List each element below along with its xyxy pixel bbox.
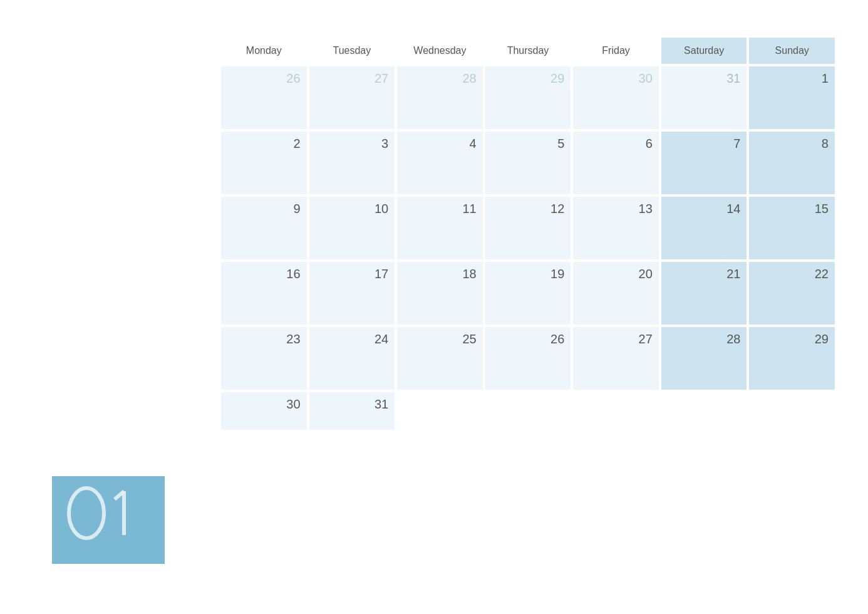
day-number: 28 [726, 332, 740, 346]
day-cell[interactable]: 21 [661, 262, 747, 325]
day-cell[interactable]: 24 [309, 327, 395, 390]
day-cell[interactable] [573, 392, 659, 430]
day-number: 10 [375, 202, 388, 216]
day-cell[interactable]: 20 [573, 262, 659, 325]
day-number: 30 [639, 71, 653, 86]
calendar-grid: MondayTuesdayWednesdayThursdayFridaySatu… [221, 38, 835, 430]
header-cell-friday: Friday [573, 38, 659, 64]
month-number [65, 482, 152, 558]
day-cell[interactable]: 16 [221, 262, 307, 325]
day-cell[interactable]: 29 [485, 66, 571, 129]
day-number: 19 [550, 267, 564, 281]
day-number: 20 [639, 267, 653, 281]
day-number: 26 [286, 71, 300, 86]
header-cell-wednesday: Wednesday [397, 38, 483, 64]
day-cell[interactable]: 27 [309, 66, 395, 129]
day-cell[interactable]: 28 [661, 327, 747, 390]
day-cell[interactable]: 22 [749, 262, 835, 325]
week-row: 2627282930311 [221, 66, 835, 129]
header-cell-sunday: Sunday [749, 38, 835, 64]
week-row: 9101112131415 [221, 197, 835, 259]
day-number: 21 [726, 267, 740, 281]
day-number: 3 [381, 137, 388, 151]
day-number: 29 [550, 71, 564, 86]
day-number: 18 [462, 267, 476, 281]
day-number: 17 [375, 267, 388, 281]
day-cell[interactable]: 7 [661, 132, 747, 194]
day-cell[interactable] [485, 392, 571, 430]
month-number-box [52, 476, 165, 564]
day-number: 8 [822, 137, 829, 151]
day-number: 28 [462, 71, 476, 86]
day-cell[interactable]: 23 [221, 327, 307, 390]
day-number: 9 [293, 202, 300, 216]
day-cell[interactable]: 13 [573, 197, 659, 259]
day-cell[interactable]: 10 [309, 197, 395, 259]
header-cell-thursday: Thursday [485, 38, 571, 64]
left-panel [33, 38, 221, 576]
day-cell[interactable]: 12 [485, 197, 571, 259]
day-number: 23 [286, 332, 300, 346]
calendar-container: MondayTuesdayWednesdayThursdayFridaySatu… [33, 38, 835, 576]
day-number: 24 [375, 332, 388, 346]
day-number: 2 [293, 137, 300, 151]
day-cell[interactable]: 30 [573, 66, 659, 129]
day-cell[interactable]: 18 [397, 262, 483, 325]
week-row: 23242526272829 [221, 327, 835, 390]
day-cell[interactable]: 11 [397, 197, 483, 259]
week-row: 3031 [221, 392, 835, 430]
day-cell[interactable]: 25 [397, 327, 483, 390]
header-cell-monday: Monday [221, 38, 307, 64]
day-cell[interactable]: 2 [221, 132, 307, 194]
day-cell[interactable]: 3 [309, 132, 395, 194]
day-cell[interactable]: 28 [397, 66, 483, 129]
month-year-header [52, 50, 202, 55]
day-cell[interactable]: 9 [221, 197, 307, 259]
day-cell[interactable]: 31 [309, 392, 395, 430]
day-cell[interactable]: 14 [661, 197, 747, 259]
day-number: 27 [639, 332, 653, 346]
day-number: 27 [375, 71, 388, 86]
header-row: MondayTuesdayWednesdayThursdayFridaySatu… [221, 38, 835, 64]
day-cell[interactable]: 15 [749, 197, 835, 259]
day-cell[interactable]: 5 [485, 132, 571, 194]
day-cell[interactable]: 31 [661, 66, 747, 129]
day-number: 7 [733, 137, 740, 151]
day-cell[interactable]: 26 [221, 66, 307, 129]
day-number: 26 [550, 332, 564, 346]
day-cell[interactable]: 1 [749, 66, 835, 129]
day-number: 31 [726, 71, 740, 86]
day-number: 22 [815, 267, 829, 281]
day-number: 15 [815, 202, 829, 216]
day-cell[interactable]: 29 [749, 327, 835, 390]
day-number: 11 [462, 202, 476, 216]
day-cell[interactable]: 26 [485, 327, 571, 390]
day-cell[interactable]: 30 [221, 392, 307, 430]
day-number: 16 [286, 267, 300, 281]
day-number: 14 [726, 202, 740, 216]
weeks-container: 2627282930311234567891011121314151617181… [221, 66, 835, 430]
day-cell[interactable] [661, 392, 747, 430]
week-row: 2345678 [221, 132, 835, 194]
day-cell[interactable]: 19 [485, 262, 571, 325]
day-cell[interactable] [397, 392, 483, 430]
svg-point-0 [69, 488, 104, 538]
day-cell[interactable] [749, 392, 835, 430]
day-number: 1 [822, 71, 829, 86]
day-cell[interactable]: 17 [309, 262, 395, 325]
header-cell-tuesday: Tuesday [309, 38, 395, 64]
day-cell[interactable]: 4 [397, 132, 483, 194]
day-number: 13 [639, 202, 653, 216]
day-number: 30 [286, 397, 300, 412]
week-row: 16171819202122 [221, 262, 835, 325]
header-cell-saturday: Saturday [661, 38, 747, 64]
day-number: 4 [470, 137, 477, 151]
day-number: 29 [815, 332, 829, 346]
day-number: 31 [375, 397, 388, 412]
day-cell[interactable]: 27 [573, 327, 659, 390]
day-cell[interactable]: 8 [749, 132, 835, 194]
day-number: 6 [646, 137, 653, 151]
day-number: 12 [550, 202, 564, 216]
day-cell[interactable]: 6 [573, 132, 659, 194]
day-number: 5 [557, 137, 564, 151]
